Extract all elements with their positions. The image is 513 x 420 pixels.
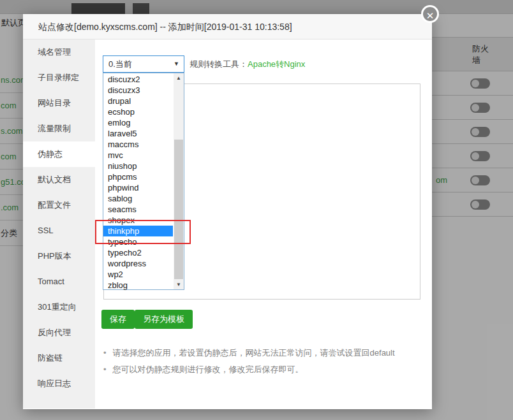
bullet-icon: • [103,348,107,358]
close-icon[interactable]: ✕ [421,5,439,23]
notes-list: •请选择您的应用，若设置伪静态后，网站无法正常访问，请尝试设置回default … [103,347,395,380]
note-line: •请选择您的应用，若设置伪静态后，网站无法正常访问，请尝试设置回default [103,347,395,359]
dropdown-options: discuzx2 discuzx3 drupal ecshop emlog la… [103,74,173,291]
dropdown-option[interactable]: typecho2 [103,247,173,258]
dropdown-scrollbar[interactable]: ▲ ▼ [174,73,184,289]
dropdown-option[interactable]: sablog [103,193,173,204]
sidebar-menu-item[interactable]: 流量限制 [23,116,95,141]
dropdown-option[interactable]: maccms [103,139,173,150]
dropdown-option[interactable]: drupal [103,96,173,106]
scrollbar-thumb[interactable] [174,140,183,279]
sidebar-menu-item[interactable]: 反向代理 [23,320,95,345]
dropdown-option[interactable]: mvc [103,150,173,161]
dropdown-option[interactable]: wordpress [103,258,173,269]
sidebar-menu-item[interactable]: 301重定向 [23,294,95,320]
apache-to-nginx-link[interactable]: Apache转Nginx [248,59,305,69]
scroll-down-icon[interactable]: ▼ [174,280,184,289]
sidebar-menu-item[interactable]: 伪静态 [23,141,95,167]
dropdown-option[interactable]: discuzx3 [103,85,173,96]
sidebar-menu-item[interactable]: 子目录绑定 [23,65,95,91]
sidebar-menu-item[interactable]: PHP版本 [23,243,95,269]
chevron-down-icon: ▼ [174,56,179,72]
select-current-value: 0.当前 [108,59,132,69]
sidebar-menu-item[interactable]: 网站目录 [23,91,95,116]
dropdown-option[interactable]: zblog [103,280,173,291]
dropdown-option[interactable]: emlog [103,117,173,128]
note-text: 请选择您的应用，若设置伪静态后，网站无法正常访问，请尝试设置回default [113,348,395,358]
dropdown-option[interactable]: thinkphp [103,226,173,236]
sidebar-menu-item[interactable]: 配置文件 [23,192,95,218]
dropdown-option[interactable]: shopex [103,215,173,226]
dropdown-option[interactable]: phpcms [103,171,173,182]
dropdown-option[interactable]: phpwind [103,182,173,193]
dialog-title: 站点修改[demo.kyxscms.com] -- 添加时间[2019-01-3… [23,14,432,40]
dialog-sidebar-menu: 域名管理 子目录绑定 网站目录 流量限制 伪静态 默认文档 配置文件 SSL P… [23,40,95,409]
note-text: 您可以对伪静态规则进行修改，修改完后保存即可。 [113,365,304,374]
site-edit-dialog: ✕ 站点修改[demo.kyxscms.com] -- 添加时间[2019-01… [23,14,432,409]
note-line: •您可以对伪静态规则进行修改，修改完后保存即可。 [103,363,395,376]
dialog-body: 域名管理 子目录绑定 网站目录 流量限制 伪静态 默认文档 配置文件 SSL P… [23,40,432,409]
bullet-icon: • [103,365,107,374]
dropdown-option[interactable]: wp2 [103,269,173,280]
sidebar-menu-item[interactable]: Tomact [23,269,95,294]
rule-convert-tool-label: 规则转换工具： [190,59,248,69]
dropdown-option[interactable]: discuzx2 [103,74,173,85]
scroll-up-icon[interactable]: ▲ [174,73,184,83]
save-button[interactable]: 保存 [101,310,135,329]
dropdown-option[interactable]: niushop [103,161,173,171]
dropdown-option[interactable]: seacms [103,204,173,215]
sidebar-menu-item[interactable]: 防盗链 [23,345,95,371]
rewrite-template-dropdown: discuzx2 discuzx3 drupal ecshop emlog la… [103,73,184,290]
sidebar-menu-item[interactable]: 响应日志 [23,371,95,396]
sidebar-menu-item[interactable]: 默认文档 [23,167,95,192]
sidebar-menu-item[interactable]: 域名管理 [23,40,95,65]
rewrite-template-select[interactable]: 0.当前 ▼ [103,55,184,73]
dropdown-option[interactable]: typecho [103,236,173,247]
rewrite-panel: 0.当前 ▼ 规则转换工具：Apache转Nginx discuzx2 disc… [95,40,432,409]
rule-convert-tool-row: 规则转换工具：Apache转Nginx [190,59,305,70]
save-as-template-button[interactable]: 另存为模板 [135,310,193,329]
dropdown-option[interactable]: ecshop [103,106,173,117]
screen: 默认页 ns.com com s.com com [0,0,513,420]
dropdown-option[interactable]: laravel5 [103,128,173,139]
sidebar-menu-item[interactable]: SSL [23,218,95,243]
